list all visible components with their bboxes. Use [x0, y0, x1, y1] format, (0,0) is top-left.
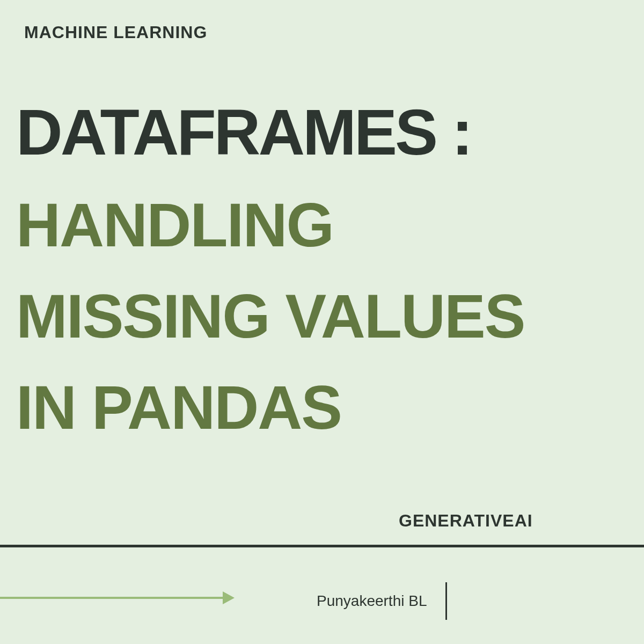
author-container: Punyakeerthi BL [317, 582, 447, 620]
arrow-line [0, 597, 225, 599]
horizontal-divider [0, 545, 644, 547]
author-name: Punyakeerthi BL [317, 592, 427, 610]
arrow-decoration [0, 592, 236, 603]
title-line-4: IN PANDAS [16, 377, 628, 438]
category-label: MACHINE LEARNING [24, 23, 207, 42]
title-line-1: DATAFRAMES : [16, 97, 628, 167]
arrow-head-icon [223, 591, 235, 604]
title-line-2: HANDLING [16, 194, 628, 256]
tag-label: GENERATIVEAI [399, 511, 533, 531]
author-divider [445, 582, 447, 620]
title-line-3: MISSING VALUES [16, 286, 628, 347]
title-container: DATAFRAMES : HANDLING MISSING VALUES IN … [16, 97, 628, 438]
